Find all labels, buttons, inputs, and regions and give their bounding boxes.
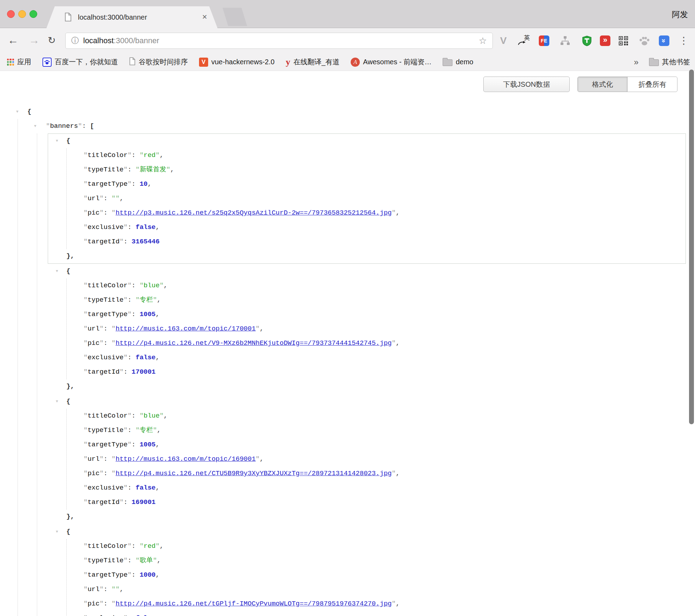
json-token: " bbox=[100, 339, 104, 347]
browser-menu-icon[interactable]: ⋮ bbox=[679, 28, 689, 53]
bookmark-item[interactable]: 百度一下，你就知道 bbox=[42, 57, 118, 67]
forward-icon[interactable]: → bbox=[29, 28, 40, 53]
tab-title: localhost:3000/banner bbox=[78, 6, 147, 28]
json-close-brace: }, bbox=[66, 252, 74, 260]
json-token: " bbox=[124, 426, 127, 434]
json-token: : bbox=[127, 296, 135, 304]
bookmarks-overflow-icon[interactable]: » bbox=[634, 57, 638, 67]
json-token: : bbox=[132, 571, 140, 579]
json-open-brace: { bbox=[66, 137, 70, 145]
other-bookmarks-folder[interactable]: 其他书签 bbox=[649, 57, 690, 67]
back-icon[interactable]: ← bbox=[8, 28, 19, 53]
json-link[interactable]: http://music.163.com/m/topic/169001 bbox=[115, 455, 256, 463]
bookmark-item[interactable]: demo bbox=[443, 58, 473, 66]
json-line: ▼{ bbox=[48, 134, 686, 148]
json-link[interactable]: http://music.163.com/m/topic/170001 bbox=[115, 325, 256, 333]
vue-icon: V bbox=[199, 58, 208, 67]
fe-extension-icon[interactable]: FE bbox=[538, 35, 550, 46]
json-token: : bbox=[132, 441, 140, 448]
bookmark-item[interactable]: AAwesomes - 前端资… bbox=[351, 57, 431, 67]
browser-profile-name: 阿发 bbox=[672, 9, 688, 20]
json-key: targetType bbox=[87, 441, 127, 448]
json-key: typeTitle bbox=[87, 296, 124, 304]
json-line: "targetType": 1005, bbox=[67, 307, 686, 322]
apps-shortcut[interactable]: 应用 bbox=[7, 57, 31, 67]
json-token: " bbox=[84, 585, 87, 593]
bookmark-item[interactable]: y在线翻译_有道 bbox=[286, 57, 339, 67]
json-line: "exclusive": false, bbox=[67, 350, 686, 365]
json-line: }, bbox=[48, 249, 686, 263]
json-token: : bbox=[82, 122, 90, 130]
tab-close-icon[interactable]: × bbox=[202, 6, 207, 27]
format-button[interactable]: 格式化 bbox=[578, 77, 627, 92]
address-bar[interactable]: ⓘ localhost:3000/banner ☆ bbox=[65, 33, 493, 49]
apps-label: 应用 bbox=[17, 57, 31, 67]
json-token: " bbox=[135, 557, 139, 564]
json-key: pic bbox=[87, 600, 99, 608]
url-text: localhost:3000/banner bbox=[83, 33, 159, 48]
json-token: " bbox=[120, 368, 124, 376]
json-token: " bbox=[153, 426, 157, 434]
json-token: " bbox=[112, 600, 115, 608]
qr-code-extension-icon[interactable] bbox=[618, 35, 629, 46]
json-token: , bbox=[157, 426, 161, 434]
json-token: " bbox=[112, 209, 115, 217]
json-token: " bbox=[84, 339, 87, 347]
json-string: 新碟首发 bbox=[140, 166, 166, 173]
fast-forward-extension-icon[interactable]: » bbox=[600, 35, 611, 46]
page-info-icon[interactable]: ⓘ bbox=[71, 33, 79, 48]
collapse-all-button[interactable]: 折叠所有 bbox=[627, 77, 677, 92]
new-tab-button[interactable] bbox=[223, 8, 247, 26]
shield-extension-icon[interactable] bbox=[581, 35, 593, 46]
json-line: "url": "http://music.163.com/m/topic/170… bbox=[67, 322, 686, 336]
json-token: " bbox=[84, 238, 87, 245]
collapse-triangle-icon[interactable]: ▼ bbox=[34, 119, 37, 133]
bookmark-item[interactable]: Vvue-hackernews-2.0 bbox=[199, 58, 274, 67]
sitemap-extension-icon[interactable] bbox=[560, 35, 571, 46]
json-token: : bbox=[127, 166, 135, 173]
json-key: targetType bbox=[87, 571, 127, 579]
reload-icon[interactable]: ↻ bbox=[48, 28, 56, 53]
bookmark-star-icon[interactable]: ☆ bbox=[479, 33, 487, 48]
translate-extension-icon[interactable]: 英 bbox=[518, 35, 529, 46]
folder-icon bbox=[649, 59, 659, 66]
sync-extension-icon[interactable]: » bbox=[658, 35, 670, 46]
json-key: typeTitle bbox=[87, 166, 124, 173]
json-token: " bbox=[160, 412, 164, 420]
json-key: pic bbox=[87, 209, 99, 217]
json-line: ▼"banners": [ bbox=[18, 119, 686, 133]
collapse-triangle-icon[interactable]: ▼ bbox=[56, 394, 58, 409]
collapse-triangle-icon[interactable]: ▼ bbox=[56, 264, 58, 278]
json-open-brace: { bbox=[66, 398, 70, 405]
window-close-button[interactable] bbox=[7, 10, 15, 18]
json-line: }, bbox=[48, 379, 686, 394]
json-token: : bbox=[124, 368, 132, 376]
browser-tab[interactable]: localhost:3000/banner × bbox=[46, 6, 218, 28]
collapse-triangle-icon[interactable]: ▼ bbox=[56, 134, 58, 148]
json-token: , bbox=[147, 180, 151, 188]
json-token: " bbox=[84, 166, 87, 173]
json-line: "targetId": 169001 bbox=[67, 495, 686, 510]
json-token: " bbox=[84, 368, 87, 376]
download-json-button[interactable]: 下载JSON数据 bbox=[483, 77, 570, 92]
json-link[interactable]: http://p3.music.126.net/s25q2x5QyqsAzilC… bbox=[115, 209, 392, 217]
json-string: 专栏 bbox=[140, 426, 153, 434]
collapse-triangle-icon[interactable]: ▼ bbox=[56, 525, 58, 539]
json-token: : bbox=[104, 325, 112, 333]
collapse-triangle-icon[interactable]: ▼ bbox=[16, 105, 19, 119]
json-link[interactable]: http://p4.music.126.net/tGPljf-IMOCyPvum… bbox=[115, 600, 392, 608]
paw-extension-icon[interactable] bbox=[639, 35, 650, 46]
json-number: 1000 bbox=[140, 571, 156, 579]
json-token: " bbox=[124, 614, 127, 616]
json-link[interactable]: http://p4.music.126.net/V9-MXz6b2MNhEKju… bbox=[115, 339, 392, 347]
window-zoom-button[interactable] bbox=[29, 10, 37, 18]
scrollbar-thumb[interactable] bbox=[689, 70, 694, 424]
vue-devtools-extension-icon[interactable]: V bbox=[498, 35, 509, 46]
double-chevron-glyph: » bbox=[659, 35, 669, 46]
json-link[interactable]: http://p4.music.126.net/CTU5B9R9y3XyYBZX… bbox=[115, 470, 392, 477]
json-token: " bbox=[256, 325, 259, 333]
json-string: 歌单 bbox=[140, 557, 153, 564]
browser-toolbar: ← → ↻ ⓘ localhost:3000/banner ☆ V 英 FE » bbox=[0, 28, 695, 53]
bookmark-item[interactable]: 谷歌按时间排序 bbox=[129, 57, 188, 67]
window-minimize-button[interactable] bbox=[18, 10, 26, 18]
